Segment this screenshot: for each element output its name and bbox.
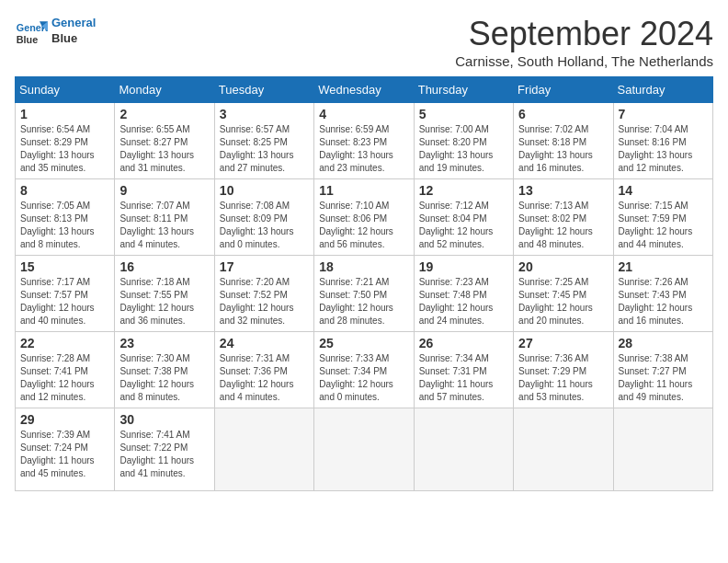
day-info: Sunrise: 7:23 AM Sunset: 7:48 PM Dayligh…: [419, 276, 508, 327]
day-number: 5: [419, 107, 508, 121]
calendar-week-row: 1Sunrise: 6:54 AM Sunset: 8:29 PM Daylig…: [16, 103, 713, 179]
calendar-day-cell: 24Sunrise: 7:31 AM Sunset: 7:36 PM Dayli…: [214, 332, 313, 408]
day-info: Sunrise: 7:08 AM Sunset: 8:09 PM Dayligh…: [220, 200, 309, 251]
calendar-day-cell: 29Sunrise: 7:39 AM Sunset: 7:24 PM Dayli…: [16, 408, 115, 491]
day-number: 14: [619, 183, 708, 198]
day-info: Sunrise: 7:38 AM Sunset: 7:27 PM Dayligh…: [619, 352, 708, 404]
day-info: Sunrise: 6:57 AM Sunset: 8:25 PM Dayligh…: [220, 123, 309, 175]
page-header: General Blue General Blue September 2024…: [15, 15, 713, 69]
day-number: 13: [518, 183, 608, 198]
calendar-subtitle: Carnisse, South Holland, The Netherlands: [455, 53, 713, 69]
day-info: Sunrise: 7:00 AM Sunset: 8:20 PM Dayligh…: [419, 123, 508, 175]
day-info: Sunrise: 7:07 AM Sunset: 8:11 PM Dayligh…: [119, 200, 209, 251]
calendar-day-cell: 25Sunrise: 7:33 AM Sunset: 7:34 PM Dayli…: [314, 332, 414, 408]
day-number: 22: [20, 336, 109, 350]
day-info: Sunrise: 7:26 AM Sunset: 7:43 PM Dayligh…: [619, 276, 708, 327]
day-info: Sunrise: 7:02 AM Sunset: 8:18 PM Dayligh…: [518, 123, 608, 175]
day-number: 25: [319, 336, 408, 350]
day-info: Sunrise: 7:04 AM Sunset: 8:16 PM Dayligh…: [619, 123, 708, 175]
calendar-body: 1Sunrise: 6:54 AM Sunset: 8:29 PM Daylig…: [16, 103, 713, 491]
day-number: 21: [619, 259, 708, 274]
logo-icon: General Blue: [15, 15, 48, 48]
day-number: 2: [119, 107, 209, 121]
day-info: Sunrise: 7:25 AM Sunset: 7:45 PM Dayligh…: [518, 276, 608, 327]
day-info: Sunrise: 7:10 AM Sunset: 8:06 PM Dayligh…: [319, 200, 408, 251]
calendar-day-cell: 20Sunrise: 7:25 AM Sunset: 7:45 PM Dayli…: [514, 256, 613, 332]
day-info: Sunrise: 7:36 AM Sunset: 7:29 PM Dayligh…: [518, 352, 608, 404]
day-info: Sunrise: 7:41 AM Sunset: 7:22 PM Dayligh…: [119, 429, 209, 480]
calendar-table: SundayMondayTuesdayWednesdayThursdayFrid…: [15, 76, 713, 491]
day-number: 28: [619, 336, 708, 350]
calendar-day-cell: 3Sunrise: 6:57 AM Sunset: 8:25 PM Daylig…: [214, 103, 313, 179]
calendar-day-cell: 27Sunrise: 7:36 AM Sunset: 7:29 PM Dayli…: [514, 332, 613, 408]
calendar-week-row: 8Sunrise: 7:05 AM Sunset: 8:13 PM Daylig…: [16, 179, 713, 256]
day-info: Sunrise: 7:21 AM Sunset: 7:50 PM Dayligh…: [319, 276, 408, 327]
weekday-header: Wednesday: [314, 77, 414, 103]
day-number: 23: [119, 336, 209, 350]
day-info: Sunrise: 7:20 AM Sunset: 7:52 PM Dayligh…: [220, 276, 309, 327]
day-number: 29: [20, 412, 109, 427]
calendar-day-cell: 2Sunrise: 6:55 AM Sunset: 8:27 PM Daylig…: [115, 103, 214, 179]
day-info: Sunrise: 7:13 AM Sunset: 8:02 PM Dayligh…: [518, 200, 608, 251]
calendar-day-cell: 13Sunrise: 7:13 AM Sunset: 8:02 PM Dayli…: [514, 179, 613, 256]
day-info: Sunrise: 7:28 AM Sunset: 7:41 PM Dayligh…: [20, 352, 109, 404]
calendar-day-cell: [613, 408, 712, 491]
day-info: Sunrise: 7:18 AM Sunset: 7:55 PM Dayligh…: [119, 276, 209, 327]
day-info: Sunrise: 7:39 AM Sunset: 7:24 PM Dayligh…: [20, 429, 109, 480]
day-number: 27: [518, 336, 608, 350]
calendar-day-cell: 17Sunrise: 7:20 AM Sunset: 7:52 PM Dayli…: [214, 256, 313, 332]
weekday-header: Friday: [514, 77, 613, 103]
weekday-header: Thursday: [414, 77, 513, 103]
calendar-week-row: 22Sunrise: 7:28 AM Sunset: 7:41 PM Dayli…: [16, 332, 713, 408]
day-info: Sunrise: 7:34 AM Sunset: 7:31 PM Dayligh…: [419, 352, 508, 404]
day-info: Sunrise: 6:59 AM Sunset: 8:23 PM Dayligh…: [319, 123, 408, 175]
day-number: 12: [419, 183, 508, 198]
day-number: 1: [20, 107, 109, 121]
day-number: 20: [518, 259, 608, 274]
day-number: 9: [119, 183, 209, 198]
day-number: 10: [220, 183, 309, 198]
svg-text:Blue: Blue: [17, 34, 38, 45]
day-info: Sunrise: 7:17 AM Sunset: 7:57 PM Dayligh…: [20, 276, 109, 327]
day-info: Sunrise: 7:31 AM Sunset: 7:36 PM Dayligh…: [220, 352, 309, 404]
day-number: 18: [319, 259, 408, 274]
calendar-day-cell: 14Sunrise: 7:15 AM Sunset: 7:59 PM Dayli…: [613, 179, 712, 256]
day-info: Sunrise: 6:55 AM Sunset: 8:27 PM Dayligh…: [119, 123, 209, 175]
calendar-day-cell: 26Sunrise: 7:34 AM Sunset: 7:31 PM Dayli…: [414, 332, 513, 408]
weekday-header: Tuesday: [214, 77, 313, 103]
day-number: 16: [119, 259, 209, 274]
calendar-day-cell: 12Sunrise: 7:12 AM Sunset: 8:04 PM Dayli…: [414, 179, 513, 256]
calendar-day-cell: 10Sunrise: 7:08 AM Sunset: 8:09 PM Dayli…: [214, 179, 313, 256]
calendar-day-cell: 28Sunrise: 7:38 AM Sunset: 7:27 PM Dayli…: [613, 332, 712, 408]
title-block: September 2024 Carnisse, South Holland, …: [455, 15, 713, 69]
weekday-header: Monday: [115, 77, 214, 103]
calendar-day-cell: 11Sunrise: 7:10 AM Sunset: 8:06 PM Dayli…: [314, 179, 414, 256]
day-number: 30: [119, 412, 209, 427]
calendar-header-row: SundayMondayTuesdayWednesdayThursdayFrid…: [16, 77, 713, 103]
calendar-day-cell: [314, 408, 414, 491]
day-info: Sunrise: 7:15 AM Sunset: 7:59 PM Dayligh…: [619, 200, 708, 251]
calendar-day-cell: [414, 408, 513, 491]
calendar-day-cell: 30Sunrise: 7:41 AM Sunset: 7:22 PM Dayli…: [115, 408, 214, 491]
calendar-day-cell: 22Sunrise: 7:28 AM Sunset: 7:41 PM Dayli…: [16, 332, 115, 408]
day-info: Sunrise: 7:12 AM Sunset: 8:04 PM Dayligh…: [419, 200, 508, 251]
day-number: 6: [518, 107, 608, 121]
calendar-day-cell: 9Sunrise: 7:07 AM Sunset: 8:11 PM Daylig…: [115, 179, 214, 256]
calendar-day-cell: 5Sunrise: 7:00 AM Sunset: 8:20 PM Daylig…: [414, 103, 513, 179]
weekday-header: Saturday: [613, 77, 712, 103]
calendar-title: September 2024: [455, 15, 713, 53]
day-number: 3: [220, 107, 309, 121]
calendar-day-cell: 15Sunrise: 7:17 AM Sunset: 7:57 PM Dayli…: [16, 256, 115, 332]
day-number: 19: [419, 259, 508, 274]
logo-text: General Blue: [51, 16, 96, 47]
calendar-week-row: 15Sunrise: 7:17 AM Sunset: 7:57 PM Dayli…: [16, 256, 713, 332]
calendar-day-cell: [214, 408, 313, 491]
calendar-day-cell: 16Sunrise: 7:18 AM Sunset: 7:55 PM Dayli…: [115, 256, 214, 332]
calendar-day-cell: 21Sunrise: 7:26 AM Sunset: 7:43 PM Dayli…: [613, 256, 712, 332]
day-number: 7: [619, 107, 708, 121]
day-number: 15: [20, 259, 109, 274]
day-info: Sunrise: 6:54 AM Sunset: 8:29 PM Dayligh…: [20, 123, 109, 175]
day-number: 11: [319, 183, 408, 198]
calendar-day-cell: 18Sunrise: 7:21 AM Sunset: 7:50 PM Dayli…: [314, 256, 414, 332]
day-number: 4: [319, 107, 408, 121]
